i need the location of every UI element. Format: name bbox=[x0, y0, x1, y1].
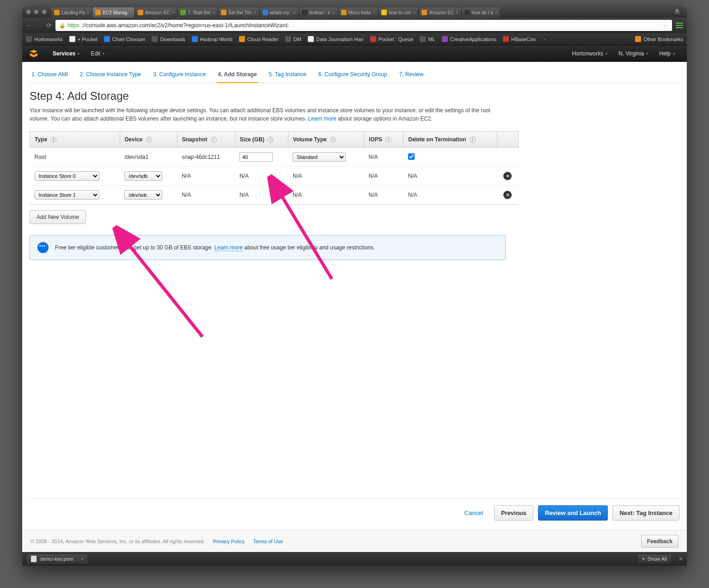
page-title: Step 4: Add Storage bbox=[30, 90, 679, 103]
cancel-button[interactable]: Cancel bbox=[458, 506, 489, 520]
bookmark-item[interactable]: DM bbox=[285, 36, 301, 42]
free-tier-notice: Free tier eligible customers can get up … bbox=[30, 235, 506, 260]
wizard-step[interactable]: 2. Choose Instance Type bbox=[79, 68, 142, 83]
add-new-volume-button[interactable]: Add New Volume bbox=[30, 210, 86, 224]
close-tab-icon[interactable]: × bbox=[373, 10, 375, 15]
region-menu[interactable]: N. Virginia▾ bbox=[613, 50, 654, 57]
browser-tab[interactable]: Landing Pa× bbox=[51, 7, 92, 18]
info-icon[interactable]: i bbox=[330, 137, 336, 143]
info-icon[interactable]: i bbox=[268, 137, 274, 143]
bookmark-item[interactable]: Data Journalism Han bbox=[308, 36, 364, 42]
browser-tab[interactable]: how do I a× bbox=[462, 7, 501, 18]
close-tab-icon[interactable]: × bbox=[413, 10, 416, 15]
other-bookmarks[interactable]: Other Bookmarks bbox=[635, 36, 683, 42]
traffic-lights[interactable] bbox=[26, 9, 47, 14]
browser-tab[interactable]: 7. Start the× bbox=[177, 7, 218, 18]
delete-on-termination-checkbox[interactable] bbox=[408, 153, 415, 160]
terms-link[interactable]: Terms of Use bbox=[253, 539, 283, 544]
bookmark-item[interactable]: Downloads bbox=[152, 36, 185, 42]
help-menu[interactable]: Help▾ bbox=[654, 50, 680, 57]
device-select[interactable]: /dev/sdc bbox=[124, 190, 162, 200]
wizard-step[interactable]: 3. Configure Instance bbox=[152, 68, 207, 83]
bookmark-label: Hortonworks bbox=[34, 36, 63, 42]
bookmark-item[interactable]: CreativeApplications bbox=[442, 36, 496, 42]
info-icon[interactable]: i bbox=[385, 137, 391, 143]
bookmark-star-icon[interactable]: ☆ bbox=[663, 22, 668, 29]
learn-more-link[interactable]: Learn more bbox=[308, 115, 336, 122]
close-tab-icon[interactable]: × bbox=[129, 10, 132, 15]
browser-tab[interactable]: Amazon EC× bbox=[135, 7, 177, 18]
browser-tab[interactable]: Set the Tim× bbox=[218, 7, 259, 18]
close-tab-icon[interactable]: × bbox=[495, 10, 498, 15]
device-select[interactable]: /dev/sdb bbox=[124, 171, 162, 181]
notice-learn-more-link[interactable]: Learn more bbox=[214, 244, 243, 251]
show-all-downloads-button[interactable]: ▾Show All bbox=[637, 554, 672, 564]
remove-row-icon[interactable]: ✕ bbox=[503, 191, 512, 199]
back-button[interactable]: ← bbox=[26, 22, 32, 29]
close-tab-icon[interactable]: × bbox=[171, 10, 174, 15]
browser-tab[interactable]: whats my× bbox=[260, 7, 299, 18]
bookmark-item[interactable]: HBaseCon bbox=[503, 36, 536, 42]
bookmark-label: Cloud Reader bbox=[247, 36, 279, 42]
bookmark-item[interactable]: Hadoop World bbox=[192, 36, 232, 42]
close-tab-icon[interactable]: × bbox=[456, 10, 458, 15]
feedback-button[interactable]: Feedback bbox=[641, 535, 678, 548]
favicon-icon bbox=[302, 10, 307, 15]
account-menu[interactable]: Hortonworks▾ bbox=[567, 50, 613, 57]
browser-tab[interactable]: how to con× bbox=[379, 7, 419, 18]
wizard-step[interactable]: 4. Add Storage bbox=[217, 68, 257, 83]
info-icon[interactable]: i bbox=[470, 137, 476, 143]
browser-tab[interactable]: Amazon EC× bbox=[419, 7, 461, 18]
type-select[interactable]: Instance Store 0 bbox=[35, 171, 99, 181]
bookmark-item[interactable]: Pocket : Queue bbox=[370, 36, 414, 42]
tab-strip: Landing Pa×EC2 Manag×Amazon EC×7. Start … bbox=[51, 6, 671, 18]
download-menu-chevron-icon[interactable]: ▾ bbox=[77, 557, 83, 561]
tab-label: Amazon EC bbox=[429, 10, 453, 15]
bookmark-item[interactable]: Cloud Reader bbox=[239, 36, 279, 42]
close-tab-icon[interactable]: × bbox=[293, 10, 296, 15]
aws-logo-icon[interactable] bbox=[29, 48, 39, 59]
reload-button[interactable]: ⟳ bbox=[46, 22, 52, 29]
previous-button[interactable]: Previous bbox=[494, 505, 533, 521]
wizard-step[interactable]: 5. Tag Instance bbox=[268, 68, 307, 83]
size-input[interactable] bbox=[239, 152, 273, 162]
remove-row-icon[interactable]: ✕ bbox=[503, 172, 512, 180]
bookmark-item[interactable]: Hortonworks bbox=[26, 36, 63, 42]
close-tab-icon[interactable]: × bbox=[212, 10, 215, 15]
close-tab-icon[interactable]: × bbox=[332, 10, 335, 15]
close-downloads-bar-icon[interactable]: ✕ bbox=[678, 556, 683, 562]
bookmark-item[interactable]: Chart Chooser bbox=[104, 36, 146, 42]
info-icon[interactable]: i bbox=[146, 137, 152, 143]
close-tab-icon[interactable]: × bbox=[254, 10, 257, 15]
bookmark-item[interactable]: ML bbox=[420, 36, 435, 42]
tab-label: Amazon EC bbox=[145, 10, 170, 15]
browser-tab[interactable]: EC2 Manag× bbox=[92, 7, 135, 18]
download-item[interactable]: demo-key.pem ▾ bbox=[26, 553, 88, 564]
forward-button[interactable]: → bbox=[36, 22, 43, 29]
url-bar[interactable]: 🔒 https://console.aws.amazon.com/ec2/v2/… bbox=[55, 20, 672, 31]
bookmark-favicon-icon bbox=[308, 36, 314, 42]
bookmark-favicon-icon bbox=[152, 36, 158, 42]
file-icon bbox=[31, 556, 37, 562]
wizard-step[interactable]: 7. Review bbox=[398, 68, 425, 83]
review-launch-button[interactable]: Review and Launch bbox=[538, 505, 608, 521]
browser-tab[interactable]: Micro Insta× bbox=[338, 7, 379, 18]
wizard-step[interactable]: 1. Choose AMI bbox=[31, 68, 69, 83]
close-tab-icon[interactable]: × bbox=[87, 10, 90, 15]
bookmarks-overflow[interactable]: » bbox=[542, 37, 545, 42]
favicon-icon bbox=[381, 10, 387, 15]
privacy-link[interactable]: Privacy Policy bbox=[213, 539, 244, 544]
info-icon[interactable]: i bbox=[211, 137, 217, 143]
tab-label: Micro Insta bbox=[348, 10, 371, 15]
bookmark-item[interactable]: + Pocket bbox=[69, 36, 98, 42]
type-select[interactable]: Instance Store 1 bbox=[35, 190, 99, 200]
aws-console-header: Services▾ Edit▾ Hortonworks▾ N. Virginia… bbox=[22, 45, 687, 62]
info-icon[interactable]: i bbox=[50, 137, 56, 143]
services-menu[interactable]: Services▾ bbox=[47, 50, 85, 57]
chrome-menu-icon[interactable] bbox=[676, 23, 683, 28]
next-button[interactable]: Next: Tag Instance bbox=[612, 505, 679, 521]
browser-tab[interactable]: Ambari - s× bbox=[299, 7, 338, 18]
volume-type-select[interactable]: Standard bbox=[293, 152, 346, 162]
wizard-step[interactable]: 6. Configure Security Group bbox=[318, 68, 388, 83]
edit-menu[interactable]: Edit▾ bbox=[85, 50, 110, 57]
